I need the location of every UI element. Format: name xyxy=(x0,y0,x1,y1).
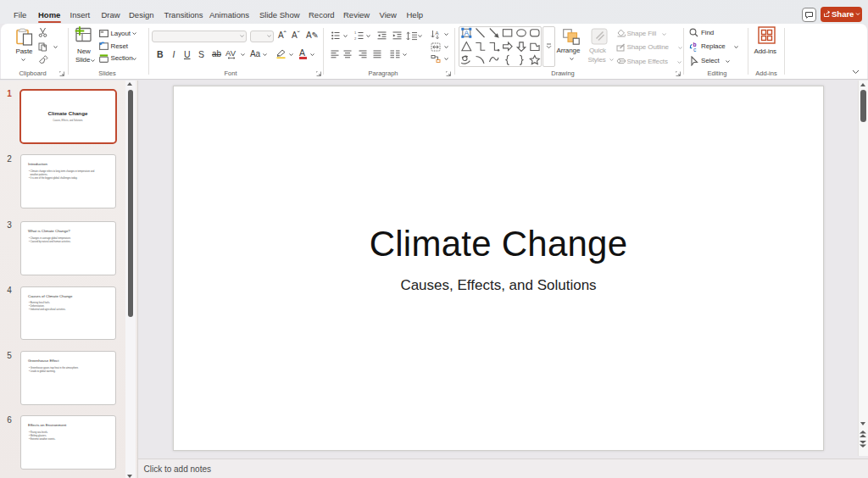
svg-text:AV: AV xyxy=(225,48,236,58)
svg-text:A: A xyxy=(436,31,439,36)
svg-text:A: A xyxy=(465,29,470,37)
svg-text:1: 1 xyxy=(354,31,357,35)
svg-text:2: 2 xyxy=(354,36,357,40)
